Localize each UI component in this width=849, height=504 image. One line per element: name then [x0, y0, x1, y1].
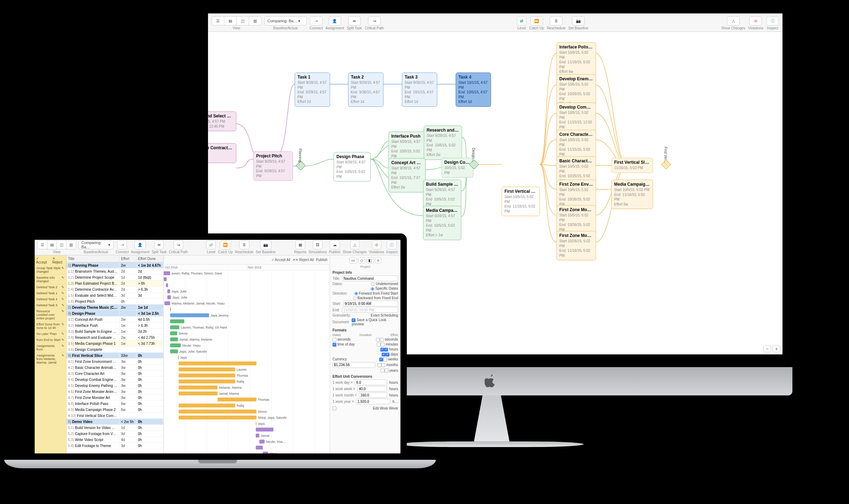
change-item[interactable]: Deleted Task 1✎: [35, 290, 66, 296]
violations-button[interactable]: ⊘: [749, 16, 762, 25]
split-button[interactable]: ⇹: [348, 16, 361, 25]
gantt-bar[interactable]: [166, 283, 168, 287]
change-item[interactable]: Group Task Style changed✎: [35, 265, 66, 275]
task-row[interactable]: 4.10) First Vertical Slice Complete: [67, 413, 163, 419]
gantt-bar[interactable]: Jamal; Marina; Melanie: [170, 337, 178, 341]
lap-catchup[interactable]: ⏩: [220, 240, 231, 249]
setbaseline-button[interactable]: 📷: [572, 16, 585, 25]
assignment-button[interactable]: 👤: [328, 16, 341, 25]
gantt-bar[interactable]: Lauren; Thomas; Rafiq; Oil Paint: [170, 325, 179, 329]
task-row[interactable]: 1.5) Evaluate and Select Middleware3d3d: [67, 292, 163, 299]
task-row[interactable]: 2) Develop Theme Music (Contract Compose…: [67, 305, 163, 311]
insp-tab-milestone[interactable]: ◇: [358, 257, 365, 263]
task-row[interactable]: 5.3) Write Video Script4d0h: [67, 437, 163, 443]
gantt-bar[interactable]: Jamal: [256, 434, 259, 438]
zoom-in-button[interactable]: +: [773, 345, 780, 352]
gantt-bar[interactable]: Thomas: [179, 373, 235, 377]
gantt-bar[interactable]: Melanie; Marina: [179, 386, 218, 389]
lap-split[interactable]: ⇹: [154, 240, 164, 249]
accept-change[interactable]: ✓ Accept: [36, 256, 49, 264]
project-title-input[interactable]: [342, 276, 398, 281]
workmonth-input[interactable]: [359, 392, 387, 398]
quicklook-checkbox[interactable]: [352, 318, 356, 322]
col-title[interactable]: Title: [67, 255, 120, 262]
task-row[interactable]: 1.6) Project Pitch0h: [67, 299, 163, 305]
lap-violations[interactable]: ⊘: [372, 240, 381, 249]
node-task3[interactable]: Task 3 Start 9/30/15, 4:57 PM End 10/1/1…: [402, 73, 437, 107]
gantt-bar[interactable]: Rafiq: [179, 404, 235, 407]
change-item[interactable]: Deleted Task 4✎: [35, 296, 66, 302]
task-row[interactable]: 1.4) Determine Contractor Availability2d…: [67, 286, 163, 292]
node-task1[interactable]: Task 1 Start 9/28/15, 4:57 PM End 9/29/1…: [295, 73, 330, 107]
change-item[interactable]: Deleted Task 3✎: [35, 302, 66, 308]
gantt-bar[interactable]: Nicole; Yisa…: [259, 440, 265, 444]
col-effort[interactable]: Effort: [120, 255, 137, 262]
change-item[interactable]: Resource Leveled over entire project✎: [35, 308, 66, 321]
task-row[interactable]: 5) Demo Video< 2w 5h0h: [67, 419, 163, 425]
task-row[interactable]: 3.2) Interface Push1w> 6.3h: [67, 323, 163, 329]
start-input[interactable]: [343, 301, 398, 306]
lap-inspect[interactable]: ⓘ: [387, 240, 397, 249]
zoom-out-button[interactable]: −: [763, 345, 771, 352]
connect-button[interactable]: ⇢: [310, 16, 323, 25]
gantt-bar[interactable]: Shinji; Jaya; Satoshi: [179, 416, 256, 419]
lap-baselinebtn[interactable]: 📷: [260, 240, 271, 249]
gantt-bar[interactable]: Jaya Jeremy: [170, 313, 209, 317]
change-item[interactable]: Baseline Info changed✎: [35, 275, 66, 284]
reject-change[interactable]: ✕ Reject: [52, 256, 65, 264]
node-media2[interactable]: Media Campaign Phas… Start 10/5/15, 5:02…: [611, 180, 653, 209]
task-row[interactable]: 3.3) Build Sample In-Engine Project1w2d …: [67, 329, 163, 335]
gantt-bar[interactable]: Jaya; Julie: [167, 295, 171, 299]
gantt-bar[interactable]: Jaya; Julie: [167, 289, 170, 293]
lap-view2[interactable]: ▤: [47, 240, 57, 249]
gantt-bar[interactable]: Jamal; Marina: [179, 392, 218, 395]
radio-specific[interactable]: [371, 287, 374, 291]
task-row[interactable]: 3.6) Design Complete: [67, 347, 163, 353]
level-button[interactable]: ⇄: [517, 16, 526, 25]
chk-tod[interactable]: [333, 343, 336, 347]
lap-view4[interactable]: ▥: [67, 240, 76, 249]
task-row[interactable]: 4.7) First Zone Monster Art3w0h: [67, 395, 163, 401]
compare-dropdown[interactable]: Comparing: Ba… ▾: [264, 16, 307, 25]
gantt-bar[interactable]: Jaya: [256, 422, 256, 425]
node-ifpolish[interactable]: Interface Polish Pass Start 10/5/15, 5:0…: [556, 42, 596, 77]
gantt-bar[interactable]: auren; Rafiq; Thomas; Simon; Dave: [164, 271, 170, 275]
view-mode-3[interactable]: ◫: [237, 16, 249, 25]
node-zoneani[interactable]: First Zone Monster Ani… Start 10/26/15, …: [556, 231, 596, 260]
task-row[interactable]: 1.2) Determine Project Scope1d1d (tbqt): [67, 274, 163, 280]
task-row[interactable]: 4.5) Develop Enemy Pathing AI (Basic)3w0…: [67, 383, 163, 389]
showchanges-button[interactable]: △: [727, 16, 740, 25]
task-row[interactable]: 4.1) First Zone Environment Assets3w0h: [67, 359, 163, 365]
lap-view3[interactable]: ◫: [57, 240, 67, 249]
node-fvs[interactable]: First Vertical Slice Start 10/5/15, 5:02…: [502, 187, 540, 216]
lap-view1[interactable]: ☰: [37, 240, 47, 249]
lap-sim[interactable]: ⚄: [313, 240, 323, 249]
change-item[interactable]: No Later Than✎: [35, 331, 66, 337]
radio-undetermined[interactable]: [371, 282, 375, 286]
gantt-bar[interactable]: Nicole; Yisao: [170, 343, 181, 347]
reject-all[interactable]: ✕✕ Reject All: [293, 258, 314, 262]
col-done[interactable]: Effort Done: [137, 255, 163, 262]
task-row[interactable]: 5.2) Capture Footage from Vertical Slice…: [67, 431, 163, 437]
node-concept-art[interactable]: Concept Art Push Start 9/28/15, 4:57 PM …: [388, 158, 426, 192]
node-contractor[interactable]: …se Contractor A…: [208, 143, 236, 163]
gantt-bar[interactable]: Thomas: [218, 398, 256, 401]
accept-all[interactable]: ✓ Accept All: [271, 258, 290, 262]
workweek-input[interactable]: [357, 386, 387, 392]
task-row[interactable]: 1.1) Brainstorm Themes, Audience, Art St…: [67, 268, 163, 274]
granularity-dropdown[interactable]: Exact Scheduling: [371, 313, 398, 317]
reschedule-button[interactable]: 🗓: [550, 16, 562, 25]
change-item[interactable]: Assignments from✎: [35, 343, 66, 353]
gantt-bar[interactable]: [164, 277, 167, 281]
radio-backward[interactable]: [353, 296, 357, 300]
gantt-bar[interactable]: [256, 446, 263, 450]
task-row[interactable]: 3) Design Phase< 3d 1w 2.5h: [67, 311, 163, 317]
task-row[interactable]: 4.4) Develop Combat Engine (Alpha Ver.)3…: [67, 377, 163, 383]
view-mode-2[interactable]: ▤: [224, 16, 237, 25]
lap-critical[interactable]: ↝: [174, 240, 183, 249]
critical-button[interactable]: ↝: [368, 16, 381, 25]
change-item[interactable]: Deleted Task 2✎: [35, 284, 66, 290]
gantt-bar[interactable]: Shinji: [263, 452, 268, 453]
gantt-bar[interactable]: [170, 307, 171, 311]
lap-compare[interactable]: Comparing: Ba… ▾: [78, 240, 114, 249]
